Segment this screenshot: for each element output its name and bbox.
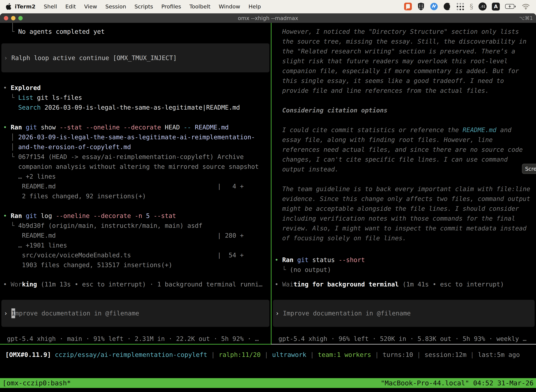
ralph-loop-box[interactable]: › Ralph loop active continue [OMX_TMUX_I… xyxy=(1,43,269,72)
crescent-app-icon[interactable] xyxy=(443,2,451,10)
apple-menu[interactable] xyxy=(6,3,12,10)
menu-item-session[interactable]: Session xyxy=(105,3,126,10)
right-agent-pane[interactable]: However, I noticed the "Directory Struct… xyxy=(272,23,536,344)
terminal-line: I could cite commit statistics or refere… xyxy=(272,125,536,135)
pane-border-right xyxy=(271,344,536,345)
terminal-line: changes, I can't cite specific file line… xyxy=(272,154,536,164)
terminal-line: review. Also, I might want to inspect th… xyxy=(272,223,536,233)
terminal-line: … +1901 lines xyxy=(0,240,271,250)
menu-item-profiles[interactable]: Profiles xyxy=(161,3,181,10)
terminal-line: the "Related research writing" section i… xyxy=(272,46,536,56)
terminal-line: └ 4b9d30f (origin/main, instructkr/main,… xyxy=(0,221,271,231)
minimize-button[interactable] xyxy=(11,16,15,20)
terminal-line: evidence. Since this change only affects… xyxy=(272,194,536,204)
window-title: omx --xhigh --madmax xyxy=(238,15,298,21)
menu-item-view[interactable]: View xyxy=(84,3,97,10)
terminal-line: 2 files changed, 92 insertions(+) xyxy=(0,191,271,201)
terminal-line: Considering citation options xyxy=(272,105,536,115)
menu-bar: iTerm2ShellEditViewSessionScriptsProfile… xyxy=(0,0,536,13)
dots-grid-icon[interactable] xyxy=(457,3,464,10)
terminal-line: └ List git ls-files xyxy=(0,93,271,103)
apple-icon xyxy=(6,3,12,10)
close-button[interactable] xyxy=(4,16,8,20)
omx-status-bar: [OMX#0.11.9] cczip/essay/ai-reimplementa… xyxy=(0,350,536,360)
terminal-line: However, I noticed the "Directory Struct… xyxy=(272,27,536,37)
menu-item-toolbelt[interactable]: Toolbelt xyxy=(189,3,211,10)
terminal-line: slight risk that future readers may over… xyxy=(272,56,536,66)
left-agent-pane[interactable]: │ └ No agents completed yet› Ralph loop … xyxy=(0,23,271,344)
terminal-content: │ └ No agents completed yet› Ralph loop … xyxy=(0,23,536,392)
terminal-line: README.md | 280 + xyxy=(0,231,271,240)
terminal-line: • Ran git show --stat --oneline --decora… xyxy=(0,122,271,132)
terminal-line: The team guideline is to back every impo… xyxy=(272,184,536,194)
terminal-line: • Ran git log --oneline --decorate -n 5 … xyxy=(0,211,271,221)
terminal-line: README.md | 4 + xyxy=(0,182,271,191)
blue-badge-icon[interactable] xyxy=(430,2,438,10)
terminal-line: Search 2026-03-09-is-legal-the-same-as-l… xyxy=(0,103,271,112)
terminal-line: │ 2026-03-09-is-legal-the-same-as-legiti… xyxy=(0,132,271,142)
terminal-line: • Explored xyxy=(0,83,271,93)
terminal-line: companion analysis without altering the … xyxy=(0,162,271,172)
iterm-window: omx --xhigh --madmax ⌥⌘1 │ └ No agents c… xyxy=(0,13,536,392)
terminal-line: the source tree, missing the essay. Stil… xyxy=(272,37,536,46)
terminal-line: gpt-5.4 xhigh · 96% left · 520K in · 5.8… xyxy=(272,334,536,344)
menu-status-icons: § ..61 A xyxy=(404,2,530,11)
terminal-line: 1903 files changed, 513517 insertions(+) xyxy=(0,260,271,270)
terminal-line: └ 067f154 (HEAD -> essay/ai-reimplementa… xyxy=(0,152,271,162)
terminal-line: this single essay, it seems like a good … xyxy=(272,76,536,86)
menu-items: iTerm2ShellEditViewSessionScriptsProfile… xyxy=(15,3,261,10)
menu-item-window[interactable]: Window xyxy=(219,3,240,10)
terminal-line: └ No agents completed yet xyxy=(0,27,271,37)
chat-app-icon[interactable] xyxy=(404,2,412,10)
terminal-line: └ (no output) xyxy=(272,265,536,275)
shield-keypad-icon[interactable] xyxy=(417,2,425,11)
battery-icon[interactable] xyxy=(505,4,516,9)
terminal-line: of focusing solely on file lines. xyxy=(272,233,536,243)
terminal-line: references need actual files, and since … xyxy=(272,145,536,154)
prompt-input-box[interactable]: › Improve documentation in @filename xyxy=(273,300,535,327)
screen-tooltip-button[interactable]: Scre xyxy=(522,164,536,174)
input-source-icon[interactable]: A xyxy=(492,3,500,10)
menu-item-help[interactable]: Help xyxy=(249,3,261,10)
menu-item-edit[interactable]: Edit xyxy=(65,3,76,10)
badge-count-icon[interactable]: ..61 xyxy=(479,2,487,10)
terminal-line: • Waiting for background terminal (1m 41… xyxy=(272,280,536,289)
terminal-line: essay file, along with finding root file… xyxy=(272,135,536,145)
terminal-line: might be acceptable alongside the file l… xyxy=(272,204,536,214)
terminal-line: gpt-5.4 xhigh · main · 91% left · 2.31M … xyxy=(0,334,271,344)
pane-border-left-active xyxy=(0,344,271,345)
terminal-line: output instead. xyxy=(272,164,536,174)
terminal-line: companion file, especially if more comme… xyxy=(272,66,536,76)
zoom-button[interactable] xyxy=(18,16,23,20)
terminal-line: … +2 lines xyxy=(0,172,271,182)
terminal-line: src/voice/voiceModeEnabled.ts | 54 + xyxy=(0,250,271,260)
window-shortcut-badge: ⌥⌘1 xyxy=(519,13,533,23)
terminal-line: • Working (11m 13s • esc to interrupt) ·… xyxy=(0,280,271,289)
menu-item-scripts[interactable]: Scripts xyxy=(134,3,153,10)
terminal-line: • Ran git status --short xyxy=(272,255,536,265)
squiggle-icon[interactable]: § xyxy=(470,2,473,10)
tmux-status-bar: [omx-cczip0:bash* "MacBook-Pro-44.local"… xyxy=(0,378,536,388)
window-title-bar[interactable]: omx --xhigh --madmax ⌥⌘1 xyxy=(0,13,536,23)
terminal-line: including verification notes with those … xyxy=(272,214,536,223)
tmux-session-label: [omx-cczip0:bash* xyxy=(2,379,71,387)
wifi-icon[interactable] xyxy=(522,3,530,10)
menu-item-iterm2[interactable]: iTerm2 xyxy=(15,3,36,10)
terminal-line: provide file and line references from th… xyxy=(272,86,536,96)
tmux-host-clock-label: "MacBook-Pro-44.local" 04:52 31-Mar-26 xyxy=(381,379,534,387)
terminal-line: │ and-the-erosion-of-copyleft.md xyxy=(0,142,271,152)
menu-item-shell[interactable]: Shell xyxy=(44,3,57,10)
prompt-input-box[interactable]: › Improve documentation in @filename xyxy=(1,300,269,327)
